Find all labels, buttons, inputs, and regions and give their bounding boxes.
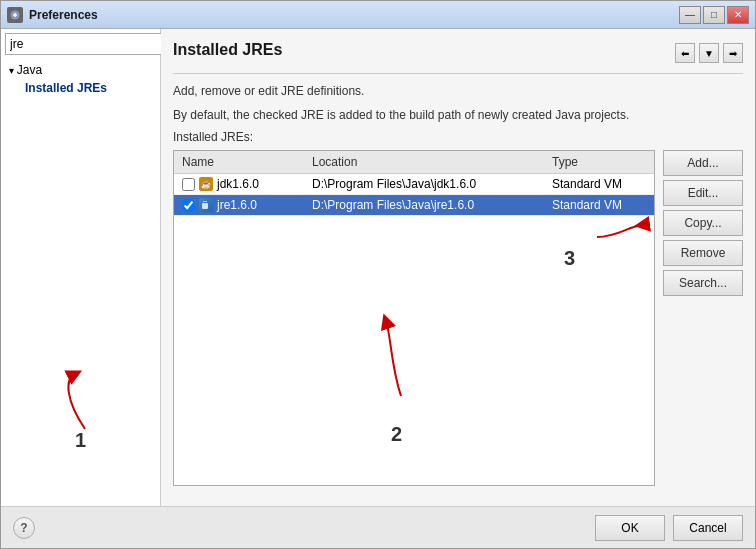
minimize-button[interactable]: — bbox=[679, 6, 701, 24]
table-body: ☕ jdk1.6.0 D:\Program Files\Java\jdk1.6.… bbox=[174, 174, 654, 216]
ok-button[interactable]: OK bbox=[595, 515, 665, 541]
navigation-icons: ⬅ ▼ ➡ bbox=[675, 43, 743, 63]
jre2-name-cell: jre1.6.0 bbox=[174, 195, 304, 216]
jre1-checkbox[interactable] bbox=[182, 178, 195, 191]
left-panel: Java Installed JREs 1 bbox=[1, 29, 161, 506]
description-line1: Add, remove or edit JRE definitions. bbox=[173, 82, 743, 100]
search-container bbox=[5, 33, 156, 55]
jre2-type: Standard VM bbox=[544, 195, 654, 216]
maximize-button[interactable]: □ bbox=[703, 6, 725, 24]
cancel-button[interactable]: Cancel bbox=[673, 515, 743, 541]
search-button[interactable]: Search... bbox=[663, 270, 743, 296]
back-icon-button[interactable]: ⬅ bbox=[675, 43, 695, 63]
window-controls: — □ ✕ bbox=[679, 6, 749, 24]
edit-button[interactable]: Edit... bbox=[663, 180, 743, 206]
col-type: Type bbox=[544, 151, 654, 174]
right-panel: Installed JREs ⬅ ▼ ➡ Add, remove or edit… bbox=[161, 29, 755, 506]
jre1-type: Standard VM bbox=[544, 174, 654, 195]
window-icon bbox=[7, 7, 23, 23]
forward-icon-button[interactable]: ➡ bbox=[723, 43, 743, 63]
description-line2: By default, the checked JRE is added to … bbox=[173, 106, 743, 124]
table-and-buttons: Name Location Type ☕ bbox=[173, 150, 743, 494]
tree-item-java[interactable]: Java bbox=[5, 61, 156, 79]
content-area: Java Installed JREs 1 bbox=[1, 29, 755, 506]
jre2-location: D:\Program Files\Java\jre1.6.0 bbox=[304, 195, 544, 216]
annotation-label-3: 3 bbox=[564, 247, 575, 270]
add-button[interactable]: Add... bbox=[663, 150, 743, 176]
help-button[interactable]: ? bbox=[13, 517, 35, 539]
remove-button[interactable]: Remove bbox=[663, 240, 743, 266]
annotation-label-1: 1 bbox=[75, 429, 86, 452]
jre-table: Name Location Type ☕ bbox=[174, 151, 654, 216]
installed-label: Installed JREs: bbox=[173, 130, 743, 144]
table-row[interactable]: ☕ jdk1.6.0 D:\Program Files\Java\jdk1.6.… bbox=[174, 174, 654, 195]
jdk-icon: ☕ bbox=[199, 177, 213, 191]
jre1-name: jdk1.6.0 bbox=[217, 177, 259, 191]
preferences-window: Preferences — □ ✕ Java bbox=[0, 0, 756, 549]
col-location: Location bbox=[304, 151, 544, 174]
table-row[interactable]: jre1.6.0 D:\Program Files\Java\jre1.6.0 … bbox=[174, 195, 654, 216]
annotation-1: 1 bbox=[55, 369, 115, 442]
tree-area: Java Installed JREs 1 bbox=[5, 61, 156, 502]
footer-left: ? bbox=[13, 517, 35, 539]
tree-item-installed-jres[interactable]: Installed JREs bbox=[5, 79, 156, 97]
svg-rect-5 bbox=[202, 203, 208, 209]
footer-right: OK Cancel bbox=[595, 515, 743, 541]
jre2-name: jre1.6.0 bbox=[217, 198, 257, 212]
button-panel: Add... Edit... Copy... Remove Search... bbox=[655, 150, 743, 494]
col-name: Name bbox=[174, 151, 304, 174]
window-title: Preferences bbox=[29, 8, 679, 22]
annotation-label-2: 2 bbox=[391, 423, 402, 446]
title-bar: Preferences — □ ✕ bbox=[1, 1, 755, 29]
footer: ? OK Cancel bbox=[1, 506, 755, 548]
dropdown-icon-button[interactable]: ▼ bbox=[699, 43, 719, 63]
copy-button[interactable]: Copy... bbox=[663, 210, 743, 236]
jre1-location: D:\Program Files\Java\jdk1.6.0 bbox=[304, 174, 544, 195]
jre1-name-cell: ☕ jdk1.6.0 bbox=[174, 174, 304, 195]
jre-table-container: Name Location Type ☕ bbox=[173, 150, 655, 486]
table-header: Name Location Type bbox=[174, 151, 654, 174]
jre2-checkbox[interactable] bbox=[182, 199, 195, 212]
close-button[interactable]: ✕ bbox=[727, 6, 749, 24]
panel-title: Installed JREs bbox=[173, 41, 282, 65]
search-input[interactable] bbox=[5, 33, 165, 55]
jre-icon bbox=[199, 198, 213, 212]
